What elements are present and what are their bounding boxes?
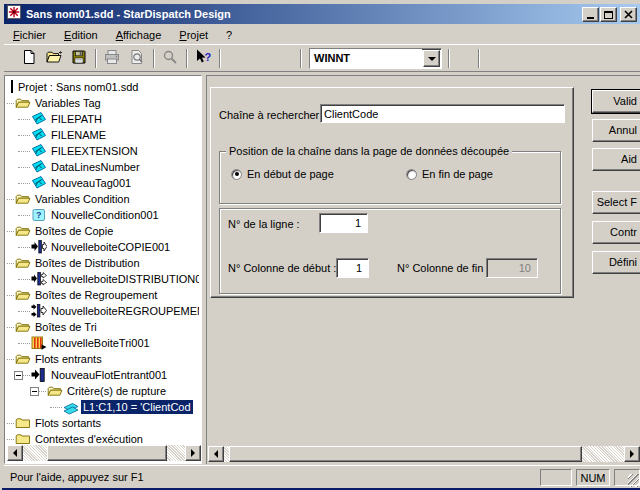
tree-collapse-toggle[interactable] — [30, 387, 39, 396]
tree-connector — [18, 247, 30, 248]
tree-connector — [50, 407, 62, 408]
combobox-dropdown-button[interactable] — [423, 50, 440, 67]
minimize-button[interactable] — [582, 7, 599, 22]
tree-item-21[interactable]: Flots sortants — [7, 415, 199, 431]
menu-?[interactable]: ? — [217, 27, 241, 43]
tree-item-label: NouvelleBoiteTri001 — [49, 336, 152, 350]
tree-item-8[interactable]: ?NouvelleCondition001 — [7, 207, 199, 223]
app-icon — [7, 5, 22, 24]
menu-fichier[interactable]: Fichier — [4, 27, 55, 43]
scroll-right-button[interactable] — [185, 445, 201, 461]
tree-connector — [18, 167, 30, 168]
environment-combobox[interactable]: WINNT — [309, 48, 442, 69]
tree-item-3[interactable]: FILENAME — [7, 127, 199, 143]
tree-item-2[interactable]: FILEPATH — [7, 111, 199, 127]
tree-item-label: FILEPATH — [49, 112, 104, 126]
folder-open-icon — [47, 383, 63, 399]
tree-item-4[interactable]: FILEEXTENSION — [7, 143, 199, 159]
tree-connector — [18, 135, 30, 136]
maximize-button[interactable] — [600, 7, 617, 22]
tree-item-0[interactable]: Projet : Sans nom01.sdd — [7, 79, 199, 95]
line-number-label: N° de la ligne : — [228, 218, 300, 230]
new-document-icon — [21, 49, 37, 69]
tree-item-1[interactable]: Variables Tag — [7, 95, 199, 111]
arrow-left-icon — [214, 450, 218, 458]
tree-item-label: Boîtes de Regroupement — [33, 288, 159, 302]
position-groupbox-label: Position de la chaîne dans la page de do… — [226, 145, 512, 157]
tree-item-12[interactable]: NouvelleboiteDISTRIBUTION0 — [7, 271, 199, 287]
tree-connector — [18, 311, 30, 312]
tree-item-7[interactable]: Variables Condition — [7, 191, 199, 207]
tree-item-label: Contextes d'exécution — [33, 432, 145, 445]
tree-item-label: Critère(s) de rupture — [65, 384, 168, 398]
search-string-input[interactable] — [320, 104, 565, 123]
radio-icon — [406, 169, 417, 180]
tree-horizontal-scrollbar[interactable] — [7, 445, 201, 461]
cancel-button[interactable]: Annul — [592, 119, 640, 142]
radio-label: En début de page — [247, 168, 334, 180]
tree-item-19[interactable]: Critère(s) de rupture — [7, 383, 199, 399]
define-button[interactable]: Défini — [592, 251, 640, 274]
context-help-icon: ? — [195, 49, 211, 69]
tree-item-label: Projet : Sans nom01.sdd — [16, 80, 140, 94]
tree-item-14[interactable]: NouvelleboiteREGROUPEMENT — [7, 303, 199, 319]
tree-connector — [18, 119, 30, 120]
tree-item-label: FILEEXTENSION — [49, 144, 140, 158]
line-number-input[interactable] — [319, 213, 368, 233]
radio-icon — [231, 169, 242, 180]
tree-connector — [18, 183, 30, 184]
scrollbar-thumb[interactable] — [47, 445, 167, 461]
scroll-left-button[interactable] — [208, 446, 224, 462]
select-font-button[interactable]: Select F — [592, 191, 640, 214]
folder-closed-icon — [15, 431, 31, 445]
control-button[interactable]: Contr — [592, 221, 640, 244]
scroll-right-button[interactable] — [624, 446, 640, 462]
condition-icon: ? — [31, 207, 47, 223]
tree-item-22[interactable]: Contextes d'exécution — [7, 431, 199, 445]
tree-item-16[interactable]: NouvelleBoiteTri001 — [7, 335, 199, 351]
arrow-left-icon — [13, 449, 17, 457]
tree-item-17[interactable]: Flots entrants — [7, 351, 199, 367]
tree-item-6[interactable]: NouveauTag001 — [7, 175, 199, 191]
radio-debut-de-page[interactable]: En début de page — [231, 168, 334, 180]
tree-item-11[interactable]: Boîtes de Distribution — [7, 255, 199, 271]
project-tree-panel: Projet : Sans nom01.sddVariables TagFILE… — [4, 75, 202, 464]
tree-item-label: Flots sortants — [33, 416, 103, 430]
arrow-right-icon — [191, 449, 195, 457]
menu-affichage[interactable]: Affichage — [107, 27, 171, 43]
tree-item-label: NouveauTag001 — [49, 176, 133, 190]
close-button[interactable] — [620, 7, 637, 22]
tree-item-label: Flots entrants — [33, 352, 104, 366]
tree-item-18[interactable]: NouveauFlotEntrant001 — [7, 367, 199, 383]
radio-fin-de-page[interactable]: En fin de page — [406, 168, 493, 180]
tag-icon — [31, 175, 47, 191]
maximize-icon — [604, 11, 613, 19]
context-help-button[interactable]: ? — [191, 48, 215, 70]
tree-collapse-toggle[interactable] — [14, 371, 23, 380]
menu-edition[interactable]: Edition — [55, 27, 107, 43]
search-button — [158, 48, 182, 70]
tree-item-label: DataLinesNumber — [49, 160, 142, 174]
folder-open-icon — [15, 95, 31, 111]
scroll-left-button[interactable] — [7, 445, 23, 461]
tree-item-9[interactable]: Boîtes de Copie — [7, 223, 199, 239]
tree-item-20[interactable]: L1:C1,10 = 'ClientCod — [7, 399, 199, 415]
tree-connector — [18, 279, 30, 280]
new-document-button[interactable] — [17, 48, 41, 70]
tree-item-5[interactable]: DataLinesNumber — [7, 159, 199, 175]
status-message: Pour l'aide, appuyez sur F1 — [10, 471, 144, 483]
scrollbar-thumb[interactable] — [229, 446, 582, 462]
tag-icon — [31, 111, 47, 127]
open-folder-button[interactable] — [42, 48, 66, 70]
validate-button[interactable]: Valid — [592, 90, 640, 113]
title-bar[interactable]: Sans nom01.sdd - StarDispatch Design — [4, 4, 640, 24]
menu-projet[interactable]: Projet — [170, 27, 217, 43]
tree-item-10[interactable]: NouvelleboiteCOPIE001 — [7, 239, 199, 255]
col-start-input[interactable] — [336, 258, 369, 278]
toolbar: WINNT ? — [4, 44, 640, 72]
tree-item-13[interactable]: Boîtes de Regroupement — [7, 287, 199, 303]
detail-horizontal-scrollbar[interactable] — [208, 446, 640, 462]
tree-item-15[interactable]: Boîtes de Tri — [7, 319, 199, 335]
help-button[interactable]: Aid — [592, 148, 640, 171]
save-button[interactable] — [67, 48, 91, 70]
